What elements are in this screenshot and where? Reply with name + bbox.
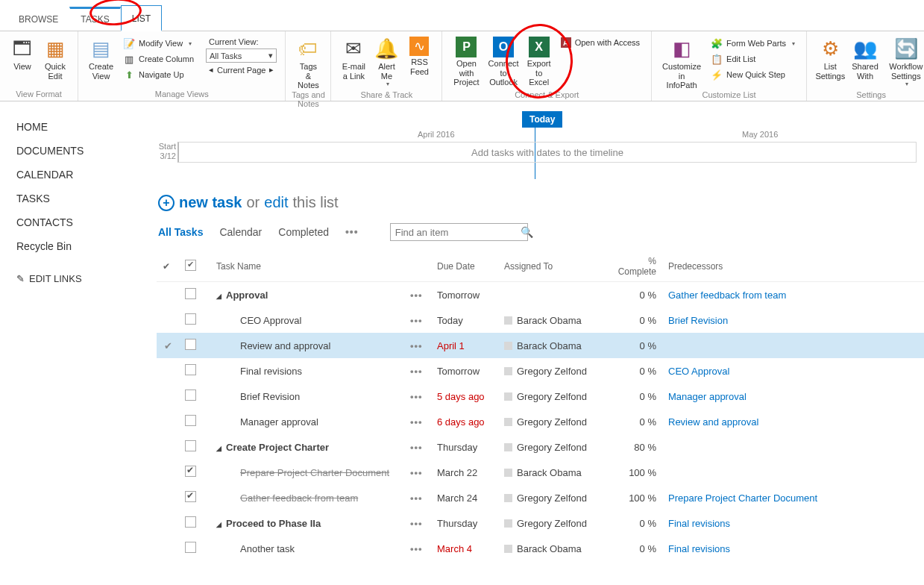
table-row[interactable]: CEO Approval•••TodayBarack Obama0 %Brief…	[157, 307, 924, 333]
view-more[interactable]: •••	[345, 226, 359, 238]
search-input[interactable]	[395, 227, 521, 238]
table-row[interactable]: Final revisions•••TomorrowGregory Zelfon…	[157, 358, 924, 384]
row-checkbox[interactable]	[185, 390, 196, 401]
task-name[interactable]: Gather feedback from team	[216, 492, 358, 504]
task-name[interactable]: Another task	[216, 543, 295, 554]
rss-feed-button[interactable]: ∿ RSS Feed	[403, 35, 436, 78]
open-with-project-button[interactable]: P Open with Project	[448, 35, 484, 89]
shared-with-button[interactable]: 👥 Shared With	[848, 35, 883, 82]
table-row[interactable]: Another task•••March 4Barack Obama0 %Fin…	[157, 536, 924, 561]
col-due[interactable]: Due Date	[431, 251, 498, 282]
nav-recycle[interactable]: Recycle Bin	[9, 234, 148, 258]
row-checkbox[interactable]	[185, 542, 196, 553]
open-with-access-button[interactable]: AOpen with Access	[558, 36, 643, 49]
col-pct[interactable]: % Complete	[603, 251, 662, 282]
col-task[interactable]: Task Name	[210, 251, 404, 282]
row-checkbox[interactable]	[185, 415, 196, 426]
email-link-button[interactable]: ✉ E-mail a Link	[337, 35, 370, 82]
predecessor-link[interactable]: Gather feedback from team	[668, 290, 786, 301]
task-name[interactable]: Final revisions	[216, 366, 302, 377]
new-task-link[interactable]: new task	[179, 194, 242, 211]
table-row[interactable]: Proceed to Phase IIa•••ThursdayGregory Z…	[157, 510, 924, 536]
row-menu-icon[interactable]: •••	[410, 543, 423, 554]
task-name[interactable]: Review and approval	[216, 340, 330, 351]
table-row[interactable]: Approval•••Tomorrow0 %Gather feedback fr…	[157, 282, 924, 308]
task-name[interactable]: Create Project Charter	[216, 442, 329, 453]
nav-calendar[interactable]: CALENDAR	[9, 163, 148, 187]
table-row[interactable]: Brief Revision•••5 days agoGregory Zelfo…	[157, 384, 924, 409]
select-all-checkbox[interactable]: ✔	[185, 260, 196, 271]
task-name[interactable]: Proceed to Phase IIa	[216, 518, 321, 529]
row-menu-icon[interactable]: •••	[410, 366, 423, 377]
row-checkbox[interactable]	[185, 516, 196, 528]
row-menu-icon[interactable]: •••	[410, 290, 423, 301]
tab-browse[interactable]: BROWSE	[7, 6, 69, 31]
nav-documents[interactable]: DOCUMENTS	[9, 139, 148, 163]
row-checkbox[interactable]	[185, 440, 196, 451]
edit-list-button[interactable]: 📋Edit List	[708, 51, 798, 66]
task-name[interactable]: Manager approval	[216, 416, 318, 428]
view-button[interactable]: 🗔 View	[6, 35, 39, 73]
table-row[interactable]: Gather feedback from team•••March 24Greg…	[157, 485, 924, 510]
tab-list[interactable]: LIST	[121, 5, 162, 31]
task-name[interactable]: CEO Approval	[216, 315, 301, 326]
connect-to-outlook-button[interactable]: O Connect to Outlook	[485, 35, 523, 89]
row-menu-icon[interactable]: •••	[410, 416, 423, 428]
row-checkbox[interactable]	[185, 313, 196, 325]
quick-edit-button[interactable]: ▦ Quick Edit	[39, 35, 72, 82]
form-web-parts-button[interactable]: 🧩Form Web Parts	[708, 36, 798, 51]
predecessor-link[interactable]: Review and approval	[668, 416, 758, 428]
create-view-button[interactable]: ▤ Create View	[84, 35, 118, 82]
nav-tasks[interactable]: TASKS	[9, 187, 148, 210]
col-pred[interactable]: Predecessors	[662, 251, 924, 282]
predecessor-link[interactable]: Final revisions	[668, 518, 730, 529]
table-row[interactable]: ✔Review and approval•••April 1Barack Oba…	[157, 333, 924, 358]
predecessor-link[interactable]: Prepare Project Charter Document	[668, 492, 817, 504]
edit-links[interactable]: ✎ EDIT LINKS	[9, 267, 148, 290]
row-menu-icon[interactable]: •••	[410, 467, 423, 478]
nav-home[interactable]: HOME	[9, 115, 148, 139]
edit-list-link[interactable]: edit	[264, 194, 288, 211]
timeline-bar[interactable]: Add tasks with dates to the timeline	[177, 142, 917, 163]
task-name[interactable]: Approval	[216, 290, 268, 301]
search-icon[interactable]: 🔍	[521, 226, 533, 238]
table-row[interactable]: Prepare Project Charter Document•••March…	[157, 460, 924, 485]
current-page-nav[interactable]: ◂Current Page▸	[206, 63, 277, 76]
current-view-select[interactable]: All Tasks▾	[206, 49, 277, 63]
predecessor-link[interactable]: Manager approval	[668, 391, 747, 402]
table-row[interactable]: Create Project Charter•••ThursdayGregory…	[157, 434, 924, 460]
tags-notes-button[interactable]: 🏷 Tags & Notes	[292, 35, 324, 92]
create-column-button[interactable]: ▥Create Column	[120, 51, 197, 66]
row-menu-icon[interactable]: •••	[410, 315, 423, 326]
modify-view-button[interactable]: 📝Modify View	[120, 36, 197, 51]
col-select-all[interactable]: ✔	[179, 251, 210, 282]
row-menu-icon[interactable]: •••	[410, 391, 423, 402]
search-box[interactable]: 🔍	[390, 223, 528, 241]
view-completed[interactable]: Completed	[278, 226, 329, 238]
row-menu-icon[interactable]: •••	[410, 492, 423, 504]
row-checkbox[interactable]	[185, 364, 196, 375]
predecessor-link[interactable]: Brief Revision	[668, 315, 728, 326]
row-menu-icon[interactable]: •••	[410, 518, 423, 529]
list-settings-button[interactable]: ⚙ List Settings	[813, 35, 848, 82]
tab-tasks[interactable]: TASKS	[69, 7, 120, 31]
row-checkbox[interactable]	[185, 339, 196, 350]
export-to-excel-button[interactable]: X Export to Excel	[523, 35, 556, 89]
view-all-tasks[interactable]: All Tasks	[158, 226, 203, 238]
customize-infopath-button[interactable]: ◧ Customize in InfoPath	[658, 35, 705, 92]
nav-contacts[interactable]: CONTACTS	[9, 210, 148, 234]
table-row[interactable]: Manager approval•••6 days agoGregory Zel…	[157, 409, 924, 434]
predecessor-link[interactable]: CEO Approval	[668, 366, 729, 377]
row-menu-icon[interactable]: •••	[410, 442, 423, 453]
row-checkbox[interactable]	[185, 288, 196, 299]
predecessor-link[interactable]: Final revisions	[668, 543, 730, 554]
plus-circle-icon[interactable]: +	[158, 195, 175, 211]
row-checkbox[interactable]	[185, 466, 196, 477]
alert-me-button[interactable]: 🔔 Alert Me	[370, 35, 403, 89]
new-quick-step-button[interactable]: ⚡New Quick Step	[708, 67, 798, 82]
page-next-icon[interactable]: ▸	[269, 65, 274, 75]
task-name[interactable]: Brief Revision	[216, 391, 300, 402]
navigate-up-button[interactable]: ⬆Navigate Up	[120, 67, 197, 82]
row-menu-icon[interactable]: •••	[410, 340, 423, 351]
task-name[interactable]: Prepare Project Charter Document	[216, 467, 389, 478]
